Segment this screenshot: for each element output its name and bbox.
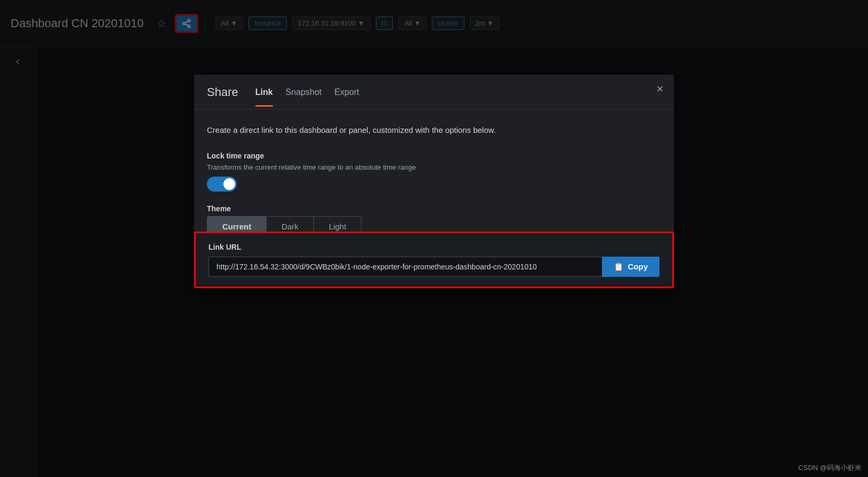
lock-time-range-section: Lock time range Transforms the current r… — [207, 152, 661, 192]
theme-label: Theme — [207, 204, 661, 213]
link-url-section: Link URL 📋 Copy — [194, 232, 674, 288]
modal-title: Share — [207, 85, 238, 109]
tab-snapshot[interactable]: Snapshot — [286, 88, 322, 107]
modal-description: Create a direct link to this dashboard o… — [207, 124, 661, 137]
link-url-label: Link URL — [208, 243, 660, 251]
modal-header: Share Link Snapshot Export × — [194, 75, 674, 109]
copy-icon: 📋 — [614, 262, 624, 272]
toggle-knob — [223, 178, 235, 190]
link-url-row: 📋 Copy — [208, 257, 660, 277]
copy-label: Copy — [628, 262, 648, 271]
link-url-input[interactable] — [208, 257, 602, 277]
copy-button[interactable]: 📋 Copy — [602, 257, 660, 277]
tab-link[interactable]: Link — [255, 88, 273, 107]
modal-close-button[interactable]: × — [656, 83, 663, 95]
tab-export[interactable]: Export — [334, 88, 359, 107]
watermark: CSDN @码海小虾米 — [798, 463, 862, 473]
lock-time-range-toggle[interactable] — [207, 177, 237, 192]
share-modal: Share Link Snapshot Export × Create a di… — [194, 75, 674, 288]
lock-time-range-sublabel: Transforms the current relative time ran… — [207, 163, 661, 171]
lock-time-range-label: Lock time range — [207, 152, 661, 160]
